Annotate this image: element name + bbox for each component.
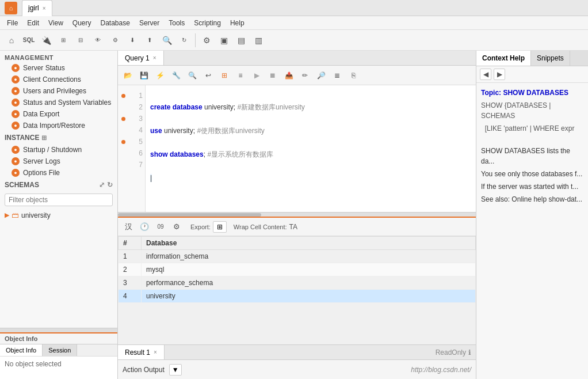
nav-forward-btn[interactable]: ▶ xyxy=(494,69,505,80)
snippets-tab[interactable]: Snippets xyxy=(531,51,570,66)
toolbar-export-btn[interactable]: ⬆ xyxy=(142,32,158,48)
results-toolbar: 汉 🕐 09 ⚙ Export: ⊞ Wrap Cell Content: TA xyxy=(118,218,476,236)
sidebar-item-users-privileges[interactable]: ● Users and Privileges xyxy=(0,85,117,97)
toolbar-import-btn[interactable]: ⬇ xyxy=(124,32,140,48)
toolbar-search-btn[interactable]: 🔍 xyxy=(159,32,175,48)
table-row-highlighted[interactable]: 4 university xyxy=(119,290,476,303)
query-export-btn[interactable]: 📤 xyxy=(281,68,296,83)
menu-scripting[interactable]: Scripting xyxy=(189,18,226,28)
results-area: 汉 🕐 09 ⚙ Export: ⊞ Wrap Cell Content: TA… xyxy=(118,217,476,344)
code-editor[interactable]: create database university; #新建数据库univer… xyxy=(146,85,476,212)
sidebar-item-data-export[interactable]: ● Data Export xyxy=(0,108,117,120)
query-search-btn[interactable]: 🔍 xyxy=(185,68,200,83)
toolbar-proc-btn[interactable]: ⚙ xyxy=(107,32,123,48)
sidebar-label-client-connections: Client Connections xyxy=(23,75,81,84)
query-copy-btn[interactable]: ⎘ xyxy=(346,68,361,83)
instance-expand-icon[interactable]: ⊞ xyxy=(41,134,47,142)
main-area: MANAGEMENT ● Server Status ● Client Conn… xyxy=(0,51,588,379)
cell-row2-db: mysql xyxy=(142,263,476,276)
schema-db-icon: 🗃 xyxy=(12,211,19,219)
col-header-num: # xyxy=(119,237,142,250)
results-settings-btn[interactable]: ⚙ xyxy=(170,220,184,234)
toolbar-table-btn[interactable]: ⊟ xyxy=(72,32,89,48)
startup-icon: ● xyxy=(12,146,20,154)
menu-edit[interactable]: Edit xyxy=(22,18,44,28)
sidebar-item-status-variables[interactable]: ● Status and System Variables xyxy=(0,97,117,108)
nav-back-btn[interactable]: ◀ xyxy=(480,69,491,80)
title-tab[interactable]: jgirl × xyxy=(22,0,52,16)
home-icon[interactable]: ⌂ xyxy=(5,2,17,14)
table-row[interactable]: 3 performance_schema xyxy=(119,276,476,290)
sidebar-resize-handle[interactable] xyxy=(0,328,117,332)
sidebar-item-startup-shutdown[interactable]: ● Startup / Shutdown xyxy=(0,144,117,156)
query-tab-1[interactable]: Query 1 × xyxy=(118,51,164,65)
table-row[interactable]: 1 information_schema xyxy=(119,250,476,263)
schema-item-university[interactable]: ▶ 🗃 university xyxy=(0,209,117,222)
query-stop-btn[interactable]: ⏹ xyxy=(265,68,280,83)
query-inspect-btn[interactable]: 🔎 xyxy=(314,68,329,83)
wrap-icon[interactable]: TA xyxy=(289,223,297,231)
filter-input[interactable] xyxy=(5,194,113,206)
context-help-tab[interactable]: Context Help xyxy=(476,51,531,66)
query-tab-close[interactable]: × xyxy=(153,55,156,61)
query-play-btn[interactable]: ▶ xyxy=(249,68,264,83)
query-import-btn[interactable]: ✏ xyxy=(297,68,312,83)
line-dot-2 xyxy=(120,101,126,113)
menu-help[interactable]: Help xyxy=(226,18,249,28)
query-run-btn[interactable]: ⚡ xyxy=(152,68,167,83)
query-wand-btn[interactable]: 🔧 xyxy=(169,68,184,83)
export-button[interactable]: ⊞ xyxy=(213,221,227,233)
schema-arrow-icon: ▶ xyxy=(5,211,9,219)
status-variables-icon: ● xyxy=(12,98,20,107)
results-chinese-btn[interactable]: 汉 xyxy=(121,220,135,234)
query-undo-btn[interactable]: ↩ xyxy=(201,68,216,83)
result-tab-1[interactable]: Result 1 × xyxy=(118,345,165,359)
results-clock-btn[interactable]: 🕐 xyxy=(138,220,151,234)
menu-database[interactable]: Database xyxy=(96,18,135,28)
object-info-tab[interactable]: Object Info xyxy=(0,344,43,356)
action-dropdown-icon: ▼ xyxy=(172,366,179,374)
menu-file[interactable]: File xyxy=(2,18,22,28)
toolbar-layout1-btn[interactable]: ▣ xyxy=(216,32,232,48)
toolbar-reconnect-btn[interactable]: ↻ xyxy=(176,32,192,48)
results-09-btn[interactable]: 09 xyxy=(154,220,167,234)
query-save-btn[interactable]: 💾 xyxy=(136,68,151,83)
toolbar-sql-btn[interactable]: SQL xyxy=(21,32,37,48)
sidebar-item-options-file[interactable]: ● Options File xyxy=(0,167,117,179)
action-output-bar: Action Output ▼ http://blog.csdn.net/ xyxy=(118,359,476,379)
sidebar-item-server-status[interactable]: ● Server Status xyxy=(0,62,117,74)
desc-line-3: If the server was started with t... xyxy=(481,181,583,192)
sidebar-item-server-logs[interactable]: ● Server Logs xyxy=(0,156,117,167)
toolbar-connect-btn[interactable]: 🔌 xyxy=(38,32,54,48)
query-format-btn[interactable]: ≣ xyxy=(330,68,345,83)
editor-scrollbar[interactable] xyxy=(118,212,476,217)
session-tab[interactable]: Session xyxy=(43,344,77,356)
query-grid-btn[interactable]: ⊞ xyxy=(217,68,232,83)
menu-server[interactable]: Server xyxy=(135,18,164,28)
sidebar-item-data-import[interactable]: ● Data Import/Restore xyxy=(0,120,117,131)
menu-view[interactable]: View xyxy=(44,18,68,28)
toolbar-layout2-btn[interactable]: ▤ xyxy=(233,32,249,48)
menu-query[interactable]: Query xyxy=(68,18,96,28)
query-tab-label: Query 1 xyxy=(125,54,150,62)
query-open-btn[interactable]: 📂 xyxy=(120,68,135,83)
toolbar-settings-icon[interactable]: ⚙ xyxy=(198,32,215,48)
readonly-info-icon: ℹ xyxy=(468,348,471,357)
query-list-btn[interactable]: ≡ xyxy=(233,68,248,83)
menu-tools[interactable]: Tools xyxy=(164,18,189,28)
cell-row4-num: 4 xyxy=(119,290,142,303)
toolbar-home-btn[interactable]: ⌂ xyxy=(3,32,20,48)
sidebar-item-client-connections[interactable]: ● Client Connections xyxy=(0,74,117,85)
schema-refresh-icon[interactable]: ↻ xyxy=(107,181,113,189)
readonly-label: ReadOnly xyxy=(436,348,466,357)
tab-close-icon[interactable]: × xyxy=(43,5,46,12)
editor-area: 1 2 3 4 5 6 7 create database university… xyxy=(118,85,476,212)
schema-expand-icon[interactable]: ⤢ xyxy=(99,181,105,189)
table-row[interactable]: 2 mysql xyxy=(119,263,476,276)
schemas-actions: ⤢ ↻ xyxy=(99,181,113,189)
toolbar-view-btn[interactable]: 👁 xyxy=(90,32,106,48)
toolbar-schema-btn[interactable]: ⊞ xyxy=(55,32,71,48)
toolbar-layout3-btn[interactable]: ▥ xyxy=(250,32,266,48)
result-tab-close[interactable]: × xyxy=(154,349,157,355)
action-output-dropdown[interactable]: ▼ xyxy=(169,364,182,376)
